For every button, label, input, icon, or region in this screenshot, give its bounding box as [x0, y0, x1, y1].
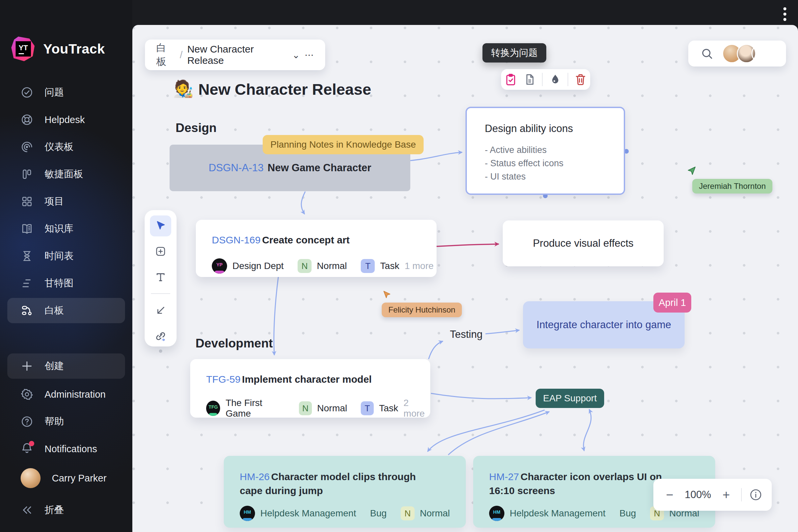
sidebar-item-timesheets[interactable]: 时间表	[7, 243, 125, 269]
youtrack-whiteboard-window: YT YouTrack 问题 Helpdesk 仪表板 敏捷面板 项目 知识库	[0, 0, 798, 532]
sidebar-item-administration[interactable]: Administration	[7, 382, 125, 407]
book-icon	[21, 223, 33, 235]
date-badge[interactable]: April 1	[653, 292, 691, 312]
arrow-tool[interactable]	[150, 300, 171, 321]
toolbar-divider	[542, 73, 543, 86]
hourglass-icon	[21, 250, 33, 262]
ability-item: - UI states	[485, 170, 624, 183]
color-icon[interactable]	[549, 73, 562, 86]
more-fields[interactable]: 2 more	[404, 398, 430, 419]
check-circle-icon	[21, 86, 33, 99]
board-menu-icon[interactable]: ⋯	[305, 50, 314, 60]
sidebar-item-dashboards[interactable]: 仪表板	[7, 134, 125, 159]
duplicate-icon[interactable]	[523, 73, 536, 86]
link-tool[interactable]	[150, 325, 171, 346]
collaborator-name-tag: Felicity Hutchinson	[382, 303, 462, 317]
presence-avatar-3[interactable]	[752, 44, 771, 63]
bell-icon	[21, 441, 33, 457]
info-icon[interactable]	[749, 488, 762, 501]
section-heading-development[interactable]: Development	[195, 337, 273, 350]
breadcrumb-whiteboards[interactable]: 白板	[156, 41, 175, 69]
sidebar-item-issues[interactable]: 问题	[7, 80, 125, 105]
convert-to-issue-icon[interactable]	[504, 73, 517, 86]
help-circle-icon	[21, 415, 33, 428]
search-icon[interactable]	[700, 47, 714, 60]
issue-id-link[interactable]: HM-26	[240, 471, 270, 482]
sticky-note[interactable]: Planning Notes in Knowledge Base	[263, 135, 424, 154]
issue-id-link[interactable]: DSGN-A-13	[208, 162, 263, 174]
arrow-down-left-icon	[155, 305, 167, 317]
sidebar-item-help[interactable]: 帮助	[7, 409, 125, 434]
sidebar-item-notifications[interactable]: Notifications	[7, 436, 125, 461]
sidebar-user-profile[interactable]: Carry Parker	[7, 466, 125, 491]
canvas-tool-palette	[145, 210, 176, 346]
card-produce-visual-effects[interactable]: Produce visual effects	[503, 221, 664, 266]
dashboard-icon	[21, 141, 33, 153]
toolbar-divider	[568, 73, 568, 86]
chevron-down-icon[interactable]: ⌄	[292, 50, 300, 60]
card-tfg-59[interactable]: TFG-59 Implement character model TFG The…	[190, 359, 430, 418]
flowchart-icon	[21, 304, 33, 317]
link-icon	[154, 330, 167, 342]
user-avatar	[21, 468, 41, 488]
project-avatar: HM	[489, 506, 505, 521]
cursor-select-icon	[155, 220, 167, 232]
testing-label[interactable]: Testing	[450, 328, 482, 341]
eap-support-badge[interactable]: EAP Support	[536, 389, 604, 408]
collapse-icon	[21, 504, 33, 516]
collaborator-cursor-felicity: Felicity Hutchinson	[382, 290, 462, 317]
collaborator-cursor-jeremiah: Jeremiah Thornton	[686, 166, 773, 193]
zoom-out-button[interactable]: −	[658, 488, 681, 502]
cursor-icon	[686, 166, 698, 177]
plus-square-icon	[155, 245, 167, 258]
zoom-level: 100%	[681, 489, 715, 501]
gantt-icon	[21, 277, 33, 290]
convert-tooltip: 转换为问题	[482, 43, 546, 62]
breadcrumb: 白板 / New Character Release ⌄ ⋯	[145, 40, 325, 70]
create-button[interactable]: 创建	[7, 354, 125, 379]
priority-badge: N	[299, 401, 312, 415]
gear-icon	[21, 388, 33, 401]
issue-id-link[interactable]: DSGN-169	[212, 234, 261, 245]
grid-icon	[21, 195, 33, 208]
type-badge: T	[361, 259, 375, 273]
select-tool[interactable]	[150, 215, 171, 236]
sidebar-item-knowledge-base[interactable]: 知识库	[7, 216, 125, 241]
sidebar-item-projects[interactable]: 项目	[7, 189, 125, 214]
more-fields[interactable]: 1 more	[405, 261, 434, 271]
priority-badge: N	[298, 259, 311, 273]
text-icon	[155, 271, 167, 283]
sidebar-item-agile-boards[interactable]: 敏捷面板	[7, 162, 125, 187]
text-tool[interactable]	[150, 267, 171, 288]
plus-icon	[21, 360, 33, 373]
sidebar-collapse-button[interactable]: 折叠	[7, 497, 125, 523]
breadcrumb-current[interactable]: New Character Release	[187, 43, 287, 66]
delete-icon[interactable]	[574, 73, 587, 86]
app-title: YouTrack	[43, 41, 105, 57]
issue-id-link[interactable]: HM-27	[489, 471, 519, 482]
ability-item: - Status effect icons	[485, 157, 624, 170]
card-dsgn-169[interactable]: DSGN-169 Create concept art YP Design De…	[196, 220, 437, 277]
card-design-ability-icons[interactable]: Design ability icons - Active abilities …	[466, 107, 625, 195]
search-presence-bar	[688, 41, 786, 66]
priority-badge: N	[401, 507, 415, 520]
section-heading-design[interactable]: Design	[175, 121, 216, 135]
sidebar-item-whiteboards[interactable]: 白板	[7, 298, 125, 323]
sidebar: YT YouTrack 问题 Helpdesk 仪表板 敏捷面板 项目 知识库	[0, 0, 132, 532]
add-node-tool[interactable]	[150, 241, 171, 262]
issue-id-link[interactable]: TFG-59	[206, 374, 241, 385]
sidebar-item-gantt[interactable]: 甘特图	[7, 271, 125, 296]
collaborator-name-tag: Jeremiah Thornton	[692, 179, 773, 193]
notification-badge	[29, 441, 34, 446]
ability-item: - Active abilities	[485, 143, 624, 157]
project-avatar: HM	[240, 506, 255, 521]
board-title[interactable]: 🧑‍🎨 New Character Release	[173, 79, 371, 98]
card-hm-26[interactable]: HM-26 Character model clips through cape…	[224, 456, 466, 528]
zoom-in-button[interactable]: +	[715, 488, 738, 502]
sidebar-item-helpdesk[interactable]: Helpdesk	[7, 107, 125, 132]
project-avatar: TFG	[206, 401, 220, 416]
agile-board-icon	[21, 168, 33, 180]
youtrack-logo[interactable]: YT YouTrack	[10, 36, 105, 62]
youtrack-logo-icon: YT	[10, 36, 36, 62]
artist-emoji: 🧑‍🎨	[173, 79, 193, 98]
